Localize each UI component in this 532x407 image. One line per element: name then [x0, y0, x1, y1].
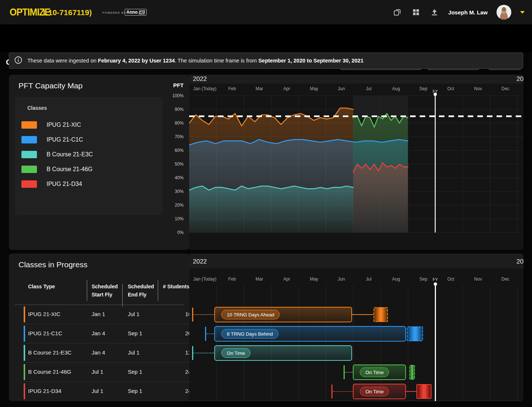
gantt-connector: [352, 314, 374, 315]
toolbar: Current Squadron 310th Run Scenario: [0, 24, 532, 52]
pft-axis-tick: 60%: [161, 148, 184, 153]
cell-start-fly: Jan 4: [92, 349, 105, 356]
table-row-ipug-21-d34[interactable]: IPUG 21-D34Jul 1Sep 124: [24, 382, 195, 401]
gantt-lead-line: [345, 372, 352, 373]
gantt-gridline: [353, 285, 354, 401]
cell-end-fly: Sep 1: [128, 369, 142, 375]
table-row-b-course-21-e3c[interactable]: B Course 21-E3CJan 4Jul 112: [24, 343, 195, 363]
cell-class-type: IPUG 21-XIC: [28, 311, 61, 317]
gantt-gridline: [490, 285, 490, 401]
cell-start-fly: Jul 1: [92, 369, 103, 375]
gantt-tick: [192, 308, 193, 322]
legend-item-ipug-21-d34[interactable]: IPUG 21-D34: [15, 179, 163, 189]
gantt-end-marker[interactable]: [409, 365, 415, 380]
row-accent-left: [24, 364, 25, 380]
pft-axis-tick: 0%: [161, 230, 184, 235]
pft-axis-tick: 100%: [161, 93, 184, 98]
gantt-bar-b-course-21-46g[interactable]: On Time: [353, 364, 406, 380]
classes-legend: Classes IPUG 21-XICIPUG 21-C1CB Course 2…: [15, 97, 163, 215]
fy-line: [435, 284, 436, 401]
area-IPUG 21-D34: [353, 163, 408, 233]
legend-label: B Course 21-E3C: [47, 151, 93, 158]
cell-start-fly: Jan 4: [92, 330, 105, 336]
table-row-ipug-21-xic[interactable]: IPUG 21-XICJan 1Jul 110: [24, 305, 195, 324]
classes-panel-title: Classes in Progress: [18, 260, 88, 269]
status-pill: On Time: [221, 348, 250, 358]
status-pill: 10 TRNG Days Ahead: [221, 310, 280, 319]
table-row-ipug-21-c1c[interactable]: IPUG 21-C1CJan 4Sep 120: [24, 324, 195, 343]
pft-axis-tick: 80%: [161, 121, 184, 126]
cell-start-fly: Jul 1: [92, 388, 103, 394]
pft-axis-tick: 70%: [161, 134, 184, 139]
brand-name: Anno: [126, 10, 138, 15]
info-icon: [14, 56, 22, 65]
status-pill: On Time: [360, 387, 389, 396]
cascade-windows-icon[interactable]: [393, 7, 402, 17]
cell-start-fly: Jan 1: [92, 311, 105, 317]
status-pill: On Time: [360, 367, 389, 377]
gantt-tick: [192, 346, 193, 360]
cell-class-type: B Course 21-46G: [28, 369, 71, 375]
gantt-tick: [344, 365, 345, 379]
pft-axis-tick: 20%: [161, 203, 184, 208]
gantt-plot: 10 TRNG Days Ahead8 TRNG Days BehindOn T…: [189, 254, 524, 401]
column-separator: [122, 284, 123, 307]
cell-end-fly: Sep 1: [128, 330, 142, 336]
topbar: OPTIMIZE 1.10-7167119) POWERED BY Anno A…: [0, 0, 532, 24]
row-accent-left: [24, 306, 25, 322]
gantt-bar-ipug-21-xic[interactable]: 10 TRNG Days Ahead: [214, 307, 352, 322]
col-scheduled-end: Scheduled End Fly: [128, 282, 160, 299]
cell-end-fly: Jul 1: [128, 311, 140, 317]
col-class-type: Class Type: [28, 282, 55, 291]
table-row-b-course-21-46g[interactable]: B Course 21-46GJul 1Sep 124: [24, 363, 195, 382]
classes-in-progress-panel: Classes in Progress Class Type Scheduled…: [9, 254, 189, 401]
brand-suffix: Ai: [139, 10, 145, 14]
legend-item-b-course-21-e3c[interactable]: B Course 21-E3C: [15, 149, 163, 160]
gantt-gridline: [517, 285, 518, 401]
gantt-connector: [406, 391, 416, 392]
cell-students: 24: [163, 369, 191, 375]
gantt-bar-b-course-21-e3c[interactable]: On Time: [214, 345, 352, 361]
pft-panel-title: PFT Capacity Map: [18, 81, 83, 90]
legend-title: Classes: [27, 105, 47, 111]
gantt-end-marker[interactable]: [374, 307, 388, 322]
legend-swatch: [21, 166, 37, 173]
cell-students: 12: [163, 349, 191, 356]
legend-swatch: [21, 180, 37, 188]
legend-item-b-course-21-46g[interactable]: B Course 21-46G: [15, 164, 163, 174]
cell-end-fly: Jul 1: [128, 349, 140, 356]
column-separator: [87, 280, 87, 301]
user-menu-caret-icon[interactable]: [520, 11, 525, 14]
legend-label: IPUG 21-C1C: [47, 136, 83, 143]
gantt-gridline: [408, 285, 408, 401]
apps-grid-icon[interactable]: [411, 7, 421, 17]
gantt-lead-line: [333, 391, 352, 392]
pft-capacity-chart: [189, 75, 524, 250]
gantt-axis-line: [189, 401, 524, 401]
gantt-gridline: [463, 285, 463, 401]
upload-icon[interactable]: [430, 7, 439, 17]
gantt-bar-ipug-21-d34[interactable]: On Time: [353, 384, 406, 399]
gantt-tick: [331, 384, 332, 398]
gantt-end-marker[interactable]: [407, 326, 423, 341]
pft-axis-tick: 10%: [161, 216, 184, 221]
pft-axis-tick: 40%: [161, 175, 184, 180]
pft-axis-tick: 90%: [161, 107, 184, 112]
legend-item-ipug-21-xic[interactable]: IPUG 21-XIC: [15, 120, 163, 130]
gantt-end-marker[interactable]: [416, 384, 432, 399]
gantt-bar-ipug-21-c1c[interactable]: 8 TRNG Days Behind: [214, 326, 406, 342]
gantt-tick: [205, 327, 206, 341]
avatar[interactable]: [497, 5, 511, 20]
gantt-lead-line: [194, 353, 214, 353]
column-separator: [158, 280, 158, 301]
row-accent-left: [24, 383, 25, 399]
legend-item-ipug-21-c1c[interactable]: IPUG 21-C1C: [15, 135, 163, 145]
cell-end-fly: Sep 1: [128, 388, 142, 394]
user-name: Joseph M. Law: [448, 9, 488, 16]
fy-dot: [434, 282, 437, 286]
pft-axis-title: PFT: [173, 82, 184, 88]
gantt-gridline: [271, 285, 272, 401]
powered-by-label: POWERED BY: [102, 11, 126, 14]
cell-students: 10: [163, 311, 191, 317]
cell-students: 20: [163, 330, 191, 336]
